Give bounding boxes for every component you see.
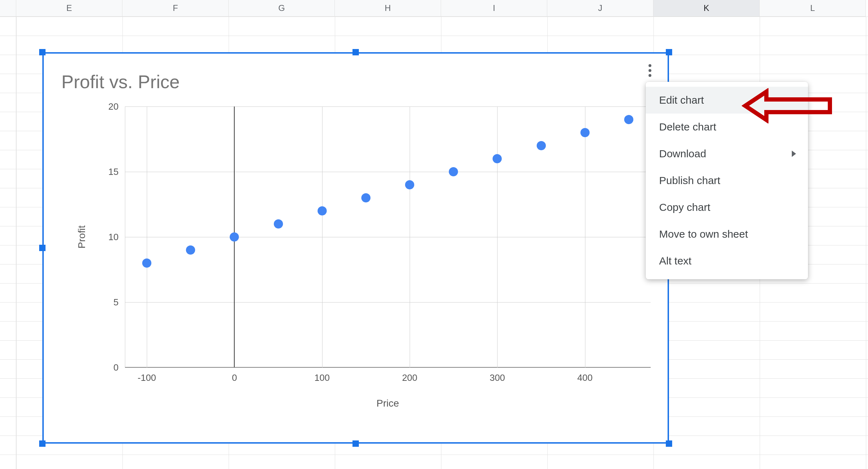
chart-data-point bbox=[142, 258, 151, 268]
chart-data-point bbox=[405, 180, 414, 189]
resize-handle-middle-left[interactable] bbox=[39, 245, 46, 251]
resize-handle-bottom-middle[interactable] bbox=[352, 440, 359, 447]
column-header-J[interactable]: J bbox=[547, 0, 653, 17]
menu-item-edit[interactable]: Edit chart bbox=[646, 87, 808, 114]
chart-data-point bbox=[230, 232, 239, 242]
chevron-right-icon bbox=[792, 151, 796, 157]
column-header-F[interactable]: F bbox=[122, 0, 229, 17]
column-header-K[interactable]: K bbox=[653, 0, 760, 17]
resize-handle-bottom-right[interactable] bbox=[666, 440, 672, 447]
chart-gridline-h bbox=[125, 302, 651, 303]
menu-item-copy[interactable]: Copy chart bbox=[646, 194, 808, 221]
menu-item-label: Publish chart bbox=[659, 175, 720, 187]
chart-data-point bbox=[537, 141, 546, 150]
chart-x-tick: 200 bbox=[402, 367, 417, 383]
chart-y-tick: 0 bbox=[114, 362, 125, 373]
resize-handle-top-left[interactable] bbox=[39, 49, 46, 55]
chart-y-tick: 10 bbox=[108, 232, 125, 243]
chart-gridline-v bbox=[147, 106, 147, 367]
chart-x-tick: 400 bbox=[577, 367, 592, 383]
chart-gridline-v bbox=[585, 106, 585, 367]
chart-gridline-v bbox=[410, 106, 410, 367]
chart-gridline-v bbox=[497, 106, 498, 367]
column-header-I[interactable]: I bbox=[441, 0, 547, 17]
column-header-G[interactable]: G bbox=[229, 0, 335, 17]
chart-data-point bbox=[624, 115, 633, 124]
menu-item-alt[interactable]: Alt text bbox=[646, 248, 808, 274]
chart-y-axis-label: Profit bbox=[76, 225, 88, 248]
column-header-L[interactable]: L bbox=[760, 0, 866, 17]
chart-gridline-h bbox=[125, 106, 651, 107]
menu-item-label: Move to own sheet bbox=[659, 228, 748, 240]
chart-context-menu: Edit chartDelete chartDownloadPublish ch… bbox=[646, 82, 808, 279]
chart-y-tick: 15 bbox=[108, 166, 125, 177]
menu-item-delete[interactable]: Delete chart bbox=[646, 114, 808, 140]
chart-gridline-h bbox=[125, 367, 651, 368]
more-vertical-icon bbox=[649, 74, 651, 77]
chart-y-tick: 5 bbox=[114, 297, 125, 308]
chart-x-axis-label: Price bbox=[376, 398, 399, 409]
chart-title: Profit vs. Price bbox=[61, 71, 180, 92]
menu-item-label: Copy chart bbox=[659, 201, 710, 213]
row-header-spacer bbox=[0, 0, 16, 17]
chart-x-tick: 0 bbox=[232, 367, 237, 383]
chart-data-point bbox=[580, 128, 590, 137]
chart-gridline-h bbox=[125, 172, 651, 172]
chart-gridline-v bbox=[322, 106, 323, 367]
chart-data-point bbox=[361, 193, 370, 202]
chart-more-options-button[interactable] bbox=[643, 62, 657, 79]
column-header-E[interactable]: E bbox=[16, 0, 122, 17]
chart-data-point bbox=[186, 245, 195, 255]
chart-x-tick: 100 bbox=[314, 367, 330, 383]
chart-x-tick: 300 bbox=[490, 367, 505, 383]
resize-handle-bottom-left[interactable] bbox=[39, 440, 46, 447]
resize-handle-top-right[interactable] bbox=[666, 49, 672, 55]
chart-x-tick: -100 bbox=[138, 367, 156, 383]
menu-item-download[interactable]: Download bbox=[646, 140, 808, 167]
menu-item-publish[interactable]: Publish chart bbox=[646, 167, 808, 194]
menu-item-label: Download bbox=[659, 148, 706, 160]
menu-item-label: Alt text bbox=[659, 255, 692, 267]
chart-y-tick: 20 bbox=[108, 101, 125, 112]
chart-plot-area: Profit Price 05101520-1000100200300400 bbox=[125, 106, 651, 367]
chart-gridline-h bbox=[125, 237, 651, 237]
resize-handle-top-middle[interactable] bbox=[352, 49, 359, 55]
column-header-H[interactable]: H bbox=[335, 0, 441, 17]
column-headers: E F G H I J K L bbox=[0, 0, 868, 17]
chart-data-point bbox=[274, 219, 283, 229]
chart-data-point bbox=[318, 206, 327, 215]
menu-item-label: Delete chart bbox=[659, 121, 716, 133]
chart-data-point bbox=[493, 154, 502, 163]
menu-item-move[interactable]: Move to own sheet bbox=[646, 221, 808, 248]
chart-object[interactable]: Profit vs. Price Profit Price 05101520-1… bbox=[42, 52, 669, 444]
more-vertical-icon bbox=[649, 64, 651, 67]
chart-data-point bbox=[449, 167, 458, 176]
chart-card: Profit vs. Price Profit Price 05101520-1… bbox=[44, 54, 668, 442]
more-vertical-icon bbox=[649, 69, 651, 72]
menu-item-label: Edit chart bbox=[659, 94, 704, 106]
